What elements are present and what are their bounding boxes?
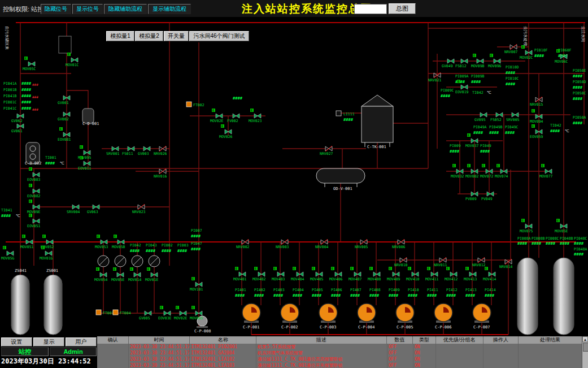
show-aux-flow-button[interactable]: 显示辅助流程 (148, 4, 191, 14)
pump-label: C-P-002 (281, 325, 298, 330)
valve-GV063[interactable] (93, 205, 99, 209)
tag-label: FS012 (455, 64, 467, 68)
valve-MOV409[interactable] (393, 272, 399, 276)
valve-MOV051[interactable] (26, 240, 33, 244)
valve-EOV011[interactable] (84, 161, 90, 166)
tag-label: MOV01E (145, 278, 159, 282)
valve-MOV01C[interactable] (71, 58, 78, 62)
tag-label: PI001B (3, 88, 17, 92)
valve-MOV01G[interactable] (45, 251, 52, 256)
valve-MOV05C[interactable] (28, 62, 35, 66)
valve-MOV407[interactable] (354, 272, 361, 276)
valve-FS012[interactable] (461, 59, 468, 63)
valve-EOV03E[interactable] (164, 311, 171, 315)
alarm-table-scrollbar[interactable]: ▲ (582, 336, 588, 368)
settings-button[interactable]: 设置 (1, 337, 32, 347)
valve-MOV023[interactable] (254, 114, 261, 118)
alarm-row[interactable]: 2023-03-30 23:44:51.172ITM132401_PI02001… (97, 344, 582, 350)
valve-MOV05G[interactable] (7, 251, 14, 256)
interlock-letter: E (293, 267, 295, 270)
alarm-row[interactable]: 2023-03-30 23:44:51.172ITM132401_GA2004机… (97, 350, 582, 356)
valve-EOV051[interactable] (33, 219, 40, 223)
interlock-letter: E (485, 267, 487, 270)
valve-MOV02E[interactable] (180, 311, 186, 315)
valve-MOV410[interactable] (412, 272, 419, 276)
valve-MOV405[interactable] (316, 272, 323, 276)
valve-SRV004[interactable] (72, 205, 79, 209)
hide-tags-button[interactable]: 隐藏位号 (41, 4, 71, 14)
valve-GV005[interactable] (145, 311, 151, 315)
screen-select-input[interactable] (354, 4, 387, 14)
tag-value: #### (465, 293, 476, 298)
tag-value: #### (293, 293, 303, 298)
valve-EOV083[interactable] (33, 172, 40, 177)
tag-label: NRV016 (154, 174, 167, 179)
tag-label: GV005 (139, 316, 150, 321)
alarm-row[interactable]: 2023-03-30 23:44:51.172ITM132401_LIA102液… (97, 356, 582, 362)
analog1-button[interactable]: 模拟量1 (106, 31, 134, 41)
valve-MOV053[interactable] (101, 240, 107, 244)
interlock-letter: E (428, 267, 429, 270)
overview-button[interactable]: 总图 (389, 3, 416, 14)
valve-GV003[interactable] (143, 146, 150, 151)
tag-label: PI050A (573, 115, 586, 120)
valve-MOV411[interactable] (431, 272, 438, 276)
tag-label: PI010D (506, 65, 519, 70)
interlock-letter: E (80, 145, 82, 149)
valve-MOV414[interactable] (489, 272, 495, 276)
valve-MOV095[interactable] (84, 150, 90, 155)
tag-value: #### (573, 74, 583, 79)
tag-label: EOV051 (27, 224, 41, 228)
valve-FS011[interactable] (128, 146, 134, 151)
tag-label: TI042 (550, 123, 561, 128)
valve-FS052[interactable] (496, 112, 503, 117)
valve-MOV403[interactable] (277, 272, 284, 276)
valve-MOV408[interactable] (373, 272, 380, 276)
scroll-thumb[interactable] (583, 343, 588, 352)
valve-MOV05B[interactable] (117, 240, 124, 244)
valve-MOV404[interactable] (297, 272, 303, 276)
valve-EOV019[interactable] (461, 85, 468, 89)
valve-GV095[interactable] (480, 112, 487, 117)
show-tags-button[interactable]: 显示位号 (72, 4, 103, 14)
valve-MOV412[interactable] (450, 272, 457, 276)
valve-SRV005[interactable] (512, 112, 519, 117)
tag-label: PI050E (573, 68, 586, 73)
alarm-row[interactable]: 2023-03-30 23:44:51.172ITM132401_LIA103液… (97, 362, 582, 368)
tag-value: #### (254, 293, 264, 298)
valve-MOV406[interactable] (335, 272, 342, 276)
valve-MOV02E[interactable] (216, 114, 223, 118)
interlock-letter: E (351, 267, 352, 270)
valve-MOV09B[interactable] (477, 59, 484, 63)
scroll-up-icon[interactable]: ▲ (582, 336, 588, 342)
valve-MOV09E[interactable] (33, 205, 40, 209)
valve-MOV077[interactable] (545, 169, 552, 174)
tag-label: MOV05G (1, 256, 15, 261)
valve-EOV082[interactable] (33, 189, 40, 193)
tag-label: GV061 (11, 129, 23, 133)
tag-label: EOV019 (455, 90, 469, 94)
tag-value: #### (146, 249, 156, 253)
display-button[interactable]: 显示 (33, 337, 64, 347)
analog2-button[interactable]: 模拟量2 (135, 31, 163, 41)
valve-MOV052[interactable] (46, 240, 53, 244)
valve-PV049[interactable] (487, 192, 494, 196)
interlock-letter: E (473, 54, 475, 57)
valve-SRV001[interactable] (112, 146, 119, 151)
interlock-letter: E (60, 127, 62, 131)
valve-test-button[interactable]: 污水间46个阀门测试 (189, 31, 249, 41)
valve-MOV096[interactable] (494, 59, 500, 63)
interlock-letter: E (43, 235, 45, 238)
valve-MOV402[interactable] (258, 272, 265, 276)
interlock-letter: E (557, 219, 559, 222)
tag-label: NRV027 (320, 151, 333, 156)
valve-FV002[interactable] (233, 114, 239, 118)
digital-button[interactable]: 开关量 (164, 31, 189, 41)
tag-label: MOV074 (495, 174, 508, 179)
valve-MOV401[interactable] (239, 272, 246, 276)
alarm-cell: OFF (387, 356, 413, 362)
valve-MOV413[interactable] (469, 272, 476, 276)
user-button[interactable]: 用户 (66, 337, 97, 347)
hide-aux-flow-button[interactable]: 隐藏辅助流程 (104, 4, 147, 14)
valve-GV049[interactable] (447, 59, 454, 63)
